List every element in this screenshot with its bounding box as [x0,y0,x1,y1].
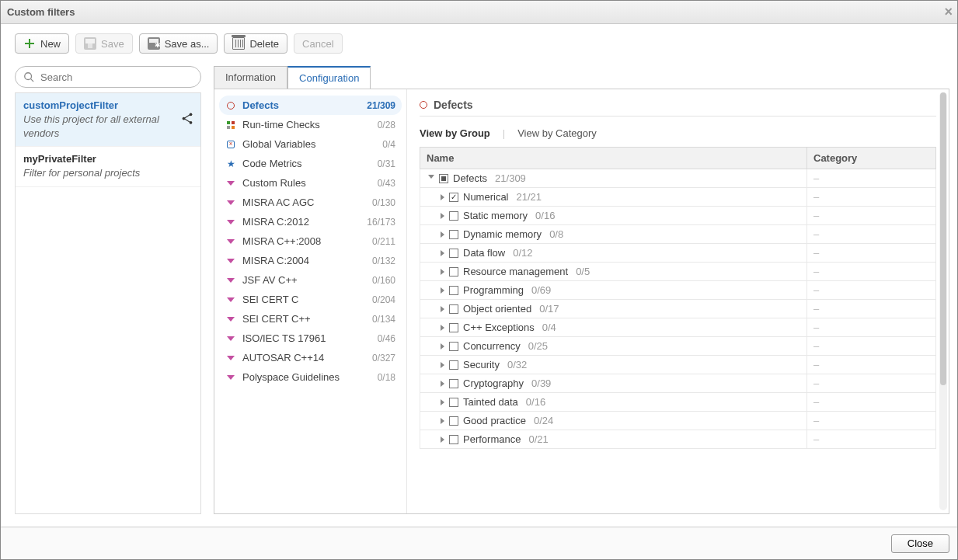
tree-toggle-icon[interactable] [441,381,444,387]
tree-row-root[interactable]: Defects 21/309 – [420,169,936,188]
category-label: MISRA AC AGC [242,197,368,208]
tree-toggle-icon[interactable] [441,437,444,443]
tree-toggle-icon[interactable] [428,175,434,182]
tree-checkbox[interactable] [449,379,458,388]
category-label: Defects [242,99,362,111]
view-by-group[interactable]: View by Group [420,127,490,139]
pink-icon [225,314,236,325]
pink-icon [225,353,236,363]
filter-desc: Filter for personal projects [23,166,193,180]
tree-toggle-icon[interactable] [441,231,444,238]
category-item-custom[interactable]: Custom Rules0/43 [219,173,402,193]
filter-item-1[interactable]: myPrivateFilterFilter for personal proje… [16,147,200,187]
category-item-isoiec[interactable]: ISO/IEC TS 179610/46 [219,329,402,348]
tree-checkbox[interactable] [449,249,458,258]
delete-button[interactable]: Delete [224,33,287,54]
col-category-header[interactable]: Category [807,148,936,169]
category-item-globals[interactable]: Global Variables0/4 [219,134,402,154]
right-column: Information Configuration Defects21/309R… [214,66,949,514]
category-item-misraacagc[interactable]: MISRA AC AGC0/130 [219,193,402,212]
tree-checkbox[interactable] [449,230,458,239]
scrollbar-thumb[interactable] [940,92,946,385]
close-icon[interactable]: × [944,4,953,20]
tree-checkbox[interactable] [449,286,458,295]
tree-row[interactable]: Dynamic memory 0/8 – [420,225,936,244]
tree-toggle-icon[interactable] [441,250,444,256]
category-item-misrac2012[interactable]: MISRA C:201216/173 [219,212,402,231]
tab-information[interactable]: Information [214,66,287,89]
category-item-polyspace[interactable]: Polyspace Guidelines0/18 [219,367,402,387]
category-cell: – [813,266,819,277]
tree-checkbox[interactable] [449,267,458,277]
tree-row[interactable]: Resource management 0/5 – [420,263,936,281]
tree-label: Good practice [463,415,526,426]
tab-configuration[interactable]: Configuration [287,66,371,89]
tree-checkbox[interactable] [449,342,458,351]
save-as-button[interactable]: Save as... [139,33,218,54]
tree-checkbox[interactable] [449,435,458,444]
tree-checkbox[interactable] [449,416,458,426]
category-item-metrics[interactable]: ★Code Metrics0/31 [219,154,402,173]
share-icon[interactable] [180,112,194,128]
category-item-misracpp08[interactable]: MISRA C++:20080/211 [219,231,402,251]
tree-checkbox[interactable] [449,211,458,221]
svg-line-5 [185,115,190,118]
tree-row[interactable]: Numerical 21/21 – [420,188,936,207]
tree-toggle-icon[interactable] [441,306,444,312]
category-item-runtime[interactable]: Run-time Checks0/28 [219,115,402,134]
category-item-misrac2004[interactable]: MISRA C:20040/132 [219,251,402,270]
category-item-jsf[interactable]: JSF AV C++0/160 [219,270,402,290]
tree-toggle-icon[interactable] [441,269,444,275]
view-by-category[interactable]: View by Category [517,127,597,139]
window-title: Custom filters [7,6,75,18]
tree-row[interactable]: Static memory 0/16 – [420,207,936,225]
tree-checkbox[interactable] [449,398,458,407]
tree-checkbox[interactable] [449,193,458,202]
tree-label: Concurrency [463,340,521,352]
tree-row[interactable]: Programming 0/69 – [420,281,936,300]
tree-toggle-icon[interactable] [441,213,444,219]
col-name-header[interactable]: Name [420,148,807,169]
tree-toggle-icon[interactable] [441,418,444,424]
tree-checkbox[interactable] [449,304,458,314]
filter-item-0[interactable]: customProjectFilterUse this project for … [16,93,200,147]
category-item-defects[interactable]: Defects21/309 [219,96,402,115]
category-item-seicpp[interactable]: SEI CERT C++0/134 [219,309,402,329]
tree-row[interactable]: Concurrency 0/25 – [420,337,936,356]
tree-row[interactable]: Data flow 0/12 – [420,244,936,263]
scrollbar-vertical[interactable] [939,92,947,510]
search-input[interactable] [39,71,193,84]
tree-toggle-icon[interactable] [441,362,444,368]
tree-checkbox[interactable] [449,360,458,370]
tree-label: Resource management [463,266,568,277]
tree-row[interactable]: C++ Exceptions 0/4 – [420,318,936,337]
tree-row[interactable]: Good practice 0/24 – [420,412,936,430]
tree-row[interactable]: Tainted data 0/16 – [420,393,936,412]
view-by-separator: | [503,127,505,139]
tree-label: Data flow [463,247,505,259]
category-count: 0/211 [372,236,395,247]
category-item-seic[interactable]: SEI CERT C0/204 [219,290,402,309]
tree-row[interactable]: Performance 0/21 – [420,430,936,449]
tree-row[interactable]: Security 0/32 – [420,356,936,374]
category-item-autosar[interactable]: AUTOSAR C++140/327 [219,348,402,367]
new-button[interactable]: New [15,33,69,54]
defects-tree-table: Name Category Defects 21/309 – Numerical… [420,147,936,449]
tree-toggle-icon[interactable] [441,325,444,331]
category-label: SEI CERT C++ [242,313,368,325]
tree-toggle-icon[interactable] [441,399,444,405]
category-count: 0/327 [372,353,395,363]
pink-icon [225,372,236,383]
tree-toggle-icon[interactable] [441,194,444,200]
tree-row[interactable]: Object oriented 0/17 – [420,300,936,318]
tree-checkbox[interactable] [449,323,458,332]
tree-row[interactable]: Cryptography 0/39 – [420,374,936,393]
pink-icon [225,217,236,228]
tree-count: 0/32 [507,359,527,370]
close-button[interactable]: Close [891,534,949,553]
search-box[interactable] [15,66,201,88]
tree-toggle-icon[interactable] [441,287,444,294]
tree-toggle-icon[interactable] [441,343,444,350]
category-cell: – [813,415,819,426]
tree-checkbox[interactable] [439,174,448,183]
